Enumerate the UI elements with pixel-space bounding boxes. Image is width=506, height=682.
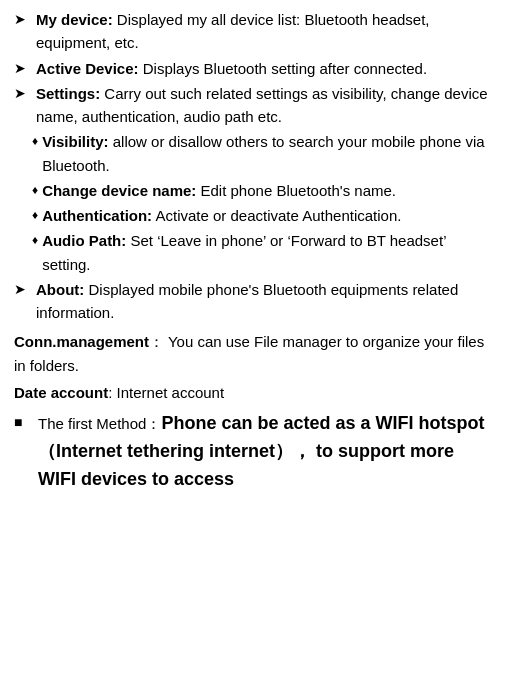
arrow-icon-2: ➤ [14, 58, 32, 80]
bullet-settings: ➤ Settings: Carry out such related setti… [14, 82, 492, 129]
sub-bullet-authentication: ♦ Authentication: Activate or deactivate… [14, 204, 492, 227]
method-row: ■ The first Method：Phone can be acted as… [14, 410, 492, 494]
active-device-text: Active Device: Displays Bluetooth settin… [36, 57, 492, 80]
diamond-icon-1: ♦ [14, 132, 38, 151]
bullet-my-device: ➤ My device: Displayed my all device lis… [14, 8, 492, 55]
method-text: The first Method：Phone can be acted as a… [38, 410, 492, 494]
authentication-text: Authentication: Activate or deactivate A… [42, 204, 492, 227]
conn-management-section: Conn.management： You can use File manage… [14, 330, 492, 377]
square-bullet-icon: ■ [14, 412, 34, 434]
diamond-icon-3: ♦ [14, 206, 38, 225]
method-section: ■ The first Method：Phone can be acted as… [14, 410, 492, 494]
sub-bullet-change-name: ♦ Change device name: Edit phone Bluetoo… [14, 179, 492, 202]
arrow-icon-4: ➤ [14, 279, 32, 301]
about-text: About: Displayed mobile phone's Bluetoot… [36, 278, 492, 325]
my-device-text: My device: Displayed my all device list:… [36, 8, 492, 55]
arrow-icon-1: ➤ [14, 9, 32, 31]
visibility-text: Visibility: allow or disallow others to … [42, 130, 492, 177]
arrow-icon-3: ➤ [14, 83, 32, 105]
date-account-section: Date account: Internet account [14, 381, 492, 404]
audio-path-text: Audio Path: Set ‘Leave in phone’ or ‘For… [42, 229, 492, 276]
change-name-text: Change device name: Edit phone Bluetooth… [42, 179, 492, 202]
diamond-icon-2: ♦ [14, 181, 38, 200]
sub-bullet-audio-path: ♦ Audio Path: Set ‘Leave in phone’ or ‘F… [14, 229, 492, 276]
settings-text: Settings: Carry out such related setting… [36, 82, 492, 129]
sub-bullet-visibility: ♦ Visibility: allow or disallow others t… [14, 130, 492, 177]
bullet-active-device: ➤ Active Device: Displays Bluetooth sett… [14, 57, 492, 80]
bullet-about: ➤ About: Displayed mobile phone's Blueto… [14, 278, 492, 325]
diamond-icon-4: ♦ [14, 231, 38, 250]
content-area: ➤ My device: Displayed my all device lis… [14, 8, 492, 494]
